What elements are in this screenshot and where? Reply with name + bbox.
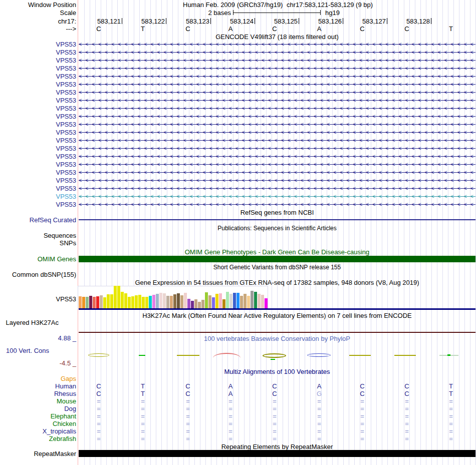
gtex-expression-bar[interactable] xyxy=(96,296,99,309)
gencode-transcript-label[interactable]: VPS53 xyxy=(56,105,76,112)
gencode-transcript-label[interactable]: VPS53 xyxy=(56,177,76,184)
gencode-transcript-row[interactable]: <<<<<<<<<<<<<<<<<<<<<<<<<<<<<<<<<<<<<<<<… xyxy=(79,177,475,183)
gtex-expression-bar[interactable] xyxy=(261,295,264,309)
gtex-expression-bar[interactable] xyxy=(121,292,124,309)
gencode-transcript-label[interactable]: VPS53 xyxy=(56,129,76,136)
gtex-expression-bar[interactable] xyxy=(215,294,218,309)
gtex-expression-bar[interactable] xyxy=(251,291,254,309)
gtex-expression-bar[interactable] xyxy=(89,296,92,309)
gencode-transcript-row[interactable]: <<<<<<<<<<<<<<<<<<<<<<<<<<<<<<<<<<<<<<<<… xyxy=(79,129,475,135)
gtex-expression-bar[interactable] xyxy=(124,293,127,309)
gtex-expression-bar[interactable] xyxy=(159,293,162,309)
gtex-expression-bar[interactable] xyxy=(240,296,243,309)
gtex-expression-bar[interactable] xyxy=(177,293,180,309)
gtex-expression-bar[interactable] xyxy=(163,293,166,309)
gtex-expression-bar[interactable] xyxy=(117,286,120,309)
gencode-transcript-label[interactable]: VPS53 xyxy=(56,113,76,120)
gencode-transcript-label[interactable]: VPS53 xyxy=(56,169,76,176)
gtex-expression-bar[interactable] xyxy=(86,297,89,309)
gencode-transcript-row[interactable]: <<<<<<<<<<<<<<<<<<<<<<<<<<<<<<<<<<<<<<<<… xyxy=(79,137,475,143)
gtex-expression-bar[interactable] xyxy=(156,294,159,309)
gencode-transcript-row[interactable]: <<<<<<<<<<<<<<<<<<<<<<<<<<<<<<<<<<<<<<<<… xyxy=(79,49,475,55)
gencode-transcript-row[interactable]: <<<<<<<<<<<<<<<<<<<<<<<<<<<<<<<<<<<<<<<<… xyxy=(79,161,475,167)
gencode-transcript-label[interactable]: VPS53 xyxy=(56,89,76,96)
gencode-transcript-row[interactable]: <<<<<<<<<<<<<<<<<<<<<<<<<<<<<<<<<<<<<<<<… xyxy=(79,73,475,79)
gtex-expression-bar[interactable] xyxy=(254,292,257,309)
gencode-transcript-label[interactable]: VPS53 xyxy=(56,201,76,208)
gencode-transcript-label[interactable]: VPS53 xyxy=(56,49,76,56)
gtex-expression-bar[interactable] xyxy=(152,295,155,309)
gtex-expression-bar[interactable] xyxy=(145,297,148,309)
omim-gene-bar[interactable] xyxy=(79,256,475,262)
gtex-expression-bar[interactable] xyxy=(114,286,117,309)
conservation-label[interactable]: 100 Vert. Cons xyxy=(6,347,49,354)
gtex-expression-bar[interactable] xyxy=(205,292,208,309)
gtex-expression-bar[interactable] xyxy=(226,292,229,309)
gencode-transcript-row[interactable]: <<<<<<<<<<<<<<<<<<<<<<<<<<<<<<<<<<<<<<<<… xyxy=(79,41,475,47)
gtex-expression-bar[interactable] xyxy=(110,294,113,309)
gtex-expression-bar[interactable] xyxy=(100,295,103,309)
multiz-species-label[interactable]: Rhesus xyxy=(54,390,76,397)
gtex-expression-bar[interactable] xyxy=(233,293,236,309)
refseq-curated-label[interactable]: RefSeq Curated xyxy=(30,217,76,223)
gencode-transcript-label[interactable]: VPS53 xyxy=(56,81,76,88)
gtex-expression-bar[interactable] xyxy=(149,296,152,309)
publications-snps-label[interactable]: SNPs xyxy=(60,240,76,246)
gencode-transcript-row[interactable]: <<<<<<<<<<<<<<<<<<<<<<<<<<<<<<<<<<<<<<<<… xyxy=(79,113,475,119)
refseq-curated-item[interactable] xyxy=(79,219,475,220)
gencode-transcript-label[interactable]: VPS53 xyxy=(56,121,76,128)
dbsnp-label[interactable]: Common dbSNP(155) xyxy=(12,271,76,278)
gtex-expression-bar[interactable] xyxy=(265,298,268,309)
gtex-expression-bar[interactable] xyxy=(135,295,138,309)
gtex-expression-bar[interactable] xyxy=(222,299,225,309)
gtex-expression-bar[interactable] xyxy=(79,296,82,309)
gencode-transcript-row[interactable]: <<<<<<<<<<<<<<<<<<<<<<<<<<<<<<<<<<<<<<<<… xyxy=(79,145,475,151)
gtex-expression-bar[interactable] xyxy=(258,294,261,309)
publications-sequences-label[interactable]: Sequences xyxy=(44,232,76,239)
repeatmasker-bar[interactable] xyxy=(79,450,475,457)
gtex-expression-bar[interactable] xyxy=(184,293,187,309)
gencode-transcript-row[interactable]: <<<<<<<<<<<<<<<<<<<<<<<<<<<<<<<<<<<<<<<<… xyxy=(79,105,475,111)
gencode-transcript-label[interactable]: VPS53 xyxy=(56,185,76,192)
gtex-expression-bar[interactable] xyxy=(201,300,204,309)
gencode-transcript-row[interactable]: <<<<<<<<<<<<<<<<<<<<<<<<<<<<<<<<<<<<<<<<… xyxy=(79,57,475,63)
gtex-expression-bar[interactable] xyxy=(170,296,173,309)
gencode-transcript-label[interactable]: VPS53 xyxy=(56,57,76,64)
gencode-transcript-label[interactable]: VPS53 xyxy=(56,137,76,144)
gencode-transcript-row[interactable]: <<<<<<<<<<<<<<<<<<<<<<<<<<<<<<<<<<<<<<<<… xyxy=(79,81,475,87)
gencode-transcript-label[interactable]: VPS53 xyxy=(56,65,76,72)
gtex-expression-bar[interactable] xyxy=(219,293,222,309)
gencode-transcript-label[interactable]: VPS53 xyxy=(56,161,76,168)
h3k27ac-label[interactable]: Layered H3K27Ac xyxy=(6,319,59,326)
repeatmasker-label[interactable]: RepeatMasker xyxy=(34,450,76,457)
gtex-expression-bar[interactable] xyxy=(142,297,145,309)
gtex-expression-bar[interactable] xyxy=(93,297,96,309)
multiz-species-label[interactable]: Chicken xyxy=(53,420,76,427)
gtex-expression-bar[interactable] xyxy=(82,297,85,309)
gencode-transcript-row[interactable]: <<<<<<<<<<<<<<<<<<<<<<<<<<<<<<<<<<<<<<<<… xyxy=(79,169,475,175)
gencode-transcript-label[interactable]: VPS53 xyxy=(56,41,76,48)
omim-genes-label[interactable]: OMIM Genes xyxy=(38,256,76,262)
gencode-transcript-row[interactable]: <<<<<<<<<<<<<<<<<<<<<<<<<<<<<<<<<<<<<<<<… xyxy=(79,89,475,95)
gencode-transcript-row[interactable]: <<<<<<<<<<<<<<<<<<<<<<<<<<<<<<<<<<<<<<<<… xyxy=(79,185,475,191)
gtex-expression-bar[interactable] xyxy=(198,302,201,309)
gtex-expression-bar[interactable] xyxy=(187,299,190,309)
gencode-transcript-label[interactable]: VPS53 xyxy=(56,97,76,104)
gtex-expression-bar[interactable] xyxy=(212,297,215,309)
gtex-expression-bar[interactable] xyxy=(229,294,232,309)
gtex-expression-bar[interactable] xyxy=(191,301,194,309)
gencode-transcript-row[interactable]: <<<<<<<<<<<<<<<<<<<<<<<<<<<<<<<<<<<<<<<<… xyxy=(79,65,475,71)
multiz-species-label[interactable]: X_tropicalis xyxy=(43,428,76,434)
gencode-transcript-label[interactable]: VPS53 xyxy=(56,145,76,152)
gencode-transcript-label[interactable]: VPS53 xyxy=(56,153,76,160)
gtex-expression-bar[interactable] xyxy=(166,296,169,309)
gtex-expression-bar[interactable] xyxy=(180,295,183,309)
multiz-species-label[interactable]: Dog xyxy=(64,405,76,412)
gtex-expression-bar[interactable] xyxy=(128,297,131,309)
gencode-transcript-row[interactable]: <<<<<<<<<<<<<<<<<<<<<<<<<<<<<<<<<<<<<<<<… xyxy=(79,121,475,127)
gencode-transcript-row[interactable]: <<<<<<<<<<<<<<<<<<<<<<<<<<<<<<<<<<<<<<<<… xyxy=(79,97,475,103)
gencode-transcript-row[interactable]: <<<<<<<<<<<<<<<<<<<<<<<<<<<<<<<<<<<<<<<<… xyxy=(79,193,475,199)
gtex-expression-bar[interactable] xyxy=(194,299,197,309)
gtex-expression-bar[interactable] xyxy=(131,296,134,309)
gtex-expression-bar[interactable] xyxy=(138,295,141,309)
